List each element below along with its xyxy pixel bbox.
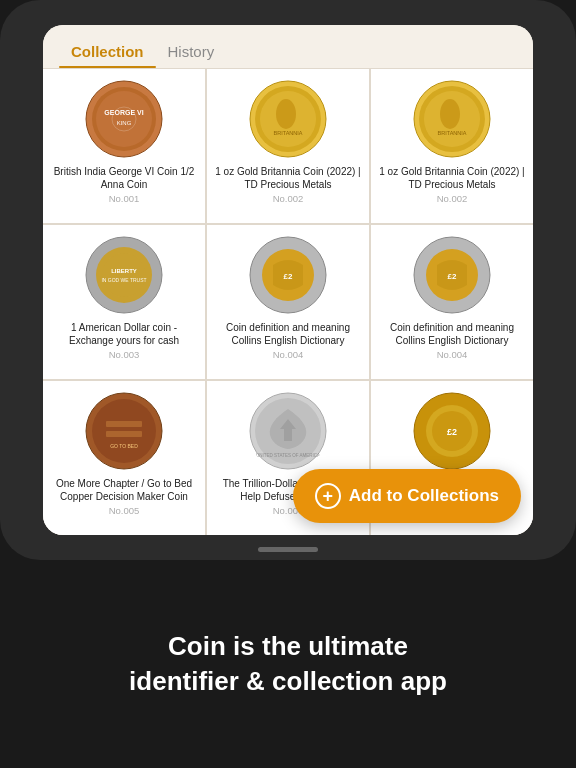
svg-text:£2: £2 <box>448 272 457 281</box>
tab-collection[interactable]: Collection <box>59 35 156 68</box>
coin-title: 1 oz Gold Britannia Coin (2022) | TD Pre… <box>215 165 361 191</box>
coin-number: No.005 <box>109 505 140 516</box>
add-to-collections-button[interactable]: + Add to Collections <box>293 469 521 523</box>
coin-number: No.003 <box>109 349 140 360</box>
svg-text:BRITANNIA: BRITANNIA <box>438 130 467 136</box>
svg-point-14 <box>440 99 460 129</box>
home-indicator <box>258 547 318 552</box>
coin-cell[interactable]: GO TO BED One More Chapter / Go to Bed C… <box>43 381 205 535</box>
tagline-line2: identifier & collection app <box>129 666 447 696</box>
coin-title: Coin definition and meaning Collins Engl… <box>379 321 525 347</box>
tagline-line1: Coin is the ultimate <box>168 631 408 661</box>
svg-rect-29 <box>106 421 142 427</box>
coin-number: No.004 <box>273 349 304 360</box>
phone-screen: Collection History GEORGE VI KING Britis… <box>43 25 533 535</box>
svg-text:LIBERTY: LIBERTY <box>111 268 137 274</box>
coin-image: LIBERTY IN GOD WE TRUST <box>84 235 164 315</box>
coin-image: £2 <box>248 235 328 315</box>
tab-bar: Collection History <box>43 25 533 69</box>
coin-title: 1 American Dollar coin - Exchange yours … <box>51 321 197 347</box>
svg-rect-30 <box>106 431 142 437</box>
tab-history[interactable]: History <box>156 35 227 68</box>
plus-icon: + <box>315 483 341 509</box>
svg-text:GEORGE VI: GEORGE VI <box>104 109 143 116</box>
bottom-section: Coin is the ultimate identifier & collec… <box>0 560 576 768</box>
coin-image: UNITED STATES OF AMERICA <box>248 391 328 471</box>
svg-text:£2: £2 <box>447 427 457 437</box>
coin-image: GEORGE VI KING <box>84 79 164 159</box>
coin-image: GO TO BED <box>84 391 164 471</box>
svg-text:KING: KING <box>117 120 132 126</box>
svg-point-9 <box>276 99 296 129</box>
coin-cell[interactable]: BRITANNIA 1 oz Gold Britannia Coin (2022… <box>371 69 533 223</box>
svg-point-18 <box>102 253 146 297</box>
coin-number: No.002 <box>437 193 468 204</box>
svg-text:BRITANNIA: BRITANNIA <box>274 130 303 136</box>
coin-title: British India George VI Coin 1/2 Anna Co… <box>51 165 197 191</box>
coin-title: One More Chapter / Go to Bed Copper Deci… <box>51 477 197 503</box>
coin-number: No.001 <box>109 193 140 204</box>
coin-title: Coin definition and meaning Collins Engl… <box>215 321 361 347</box>
tagline: Coin is the ultimate identifier & collec… <box>129 629 447 699</box>
coin-cell[interactable]: GEORGE VI KING British India George VI C… <box>43 69 205 223</box>
phone-frame: Collection History GEORGE VI KING Britis… <box>0 0 576 560</box>
svg-text:IN GOD WE TRUST: IN GOD WE TRUST <box>101 277 146 283</box>
coin-title: 1 oz Gold Britannia Coin (2022) | TD Pre… <box>379 165 525 191</box>
coin-image: £2 <box>412 391 492 471</box>
coin-image: BRITANNIA <box>412 79 492 159</box>
svg-text:GO TO BED: GO TO BED <box>110 443 138 449</box>
add-button-label: Add to Collections <box>349 486 499 506</box>
coin-cell[interactable]: £2 Coin definition and meaning Collins E… <box>207 225 369 379</box>
coins-grid: GEORGE VI KING British India George VI C… <box>43 69 533 535</box>
svg-text:£2: £2 <box>284 272 293 281</box>
coin-cell[interactable]: LIBERTY IN GOD WE TRUST 1 American Dolla… <box>43 225 205 379</box>
coin-number: No.004 <box>437 349 468 360</box>
svg-text:UNITED STATES OF AMERICA: UNITED STATES OF AMERICA <box>256 453 320 458</box>
coin-cell[interactable]: £2 Coin definition and meaning Collins E… <box>371 225 533 379</box>
coin-image: BRITANNIA <box>248 79 328 159</box>
coin-number: No.002 <box>273 193 304 204</box>
coin-cell[interactable]: BRITANNIA 1 oz Gold Britannia Coin (2022… <box>207 69 369 223</box>
coin-image: £2 <box>412 235 492 315</box>
svg-point-2 <box>96 91 152 147</box>
